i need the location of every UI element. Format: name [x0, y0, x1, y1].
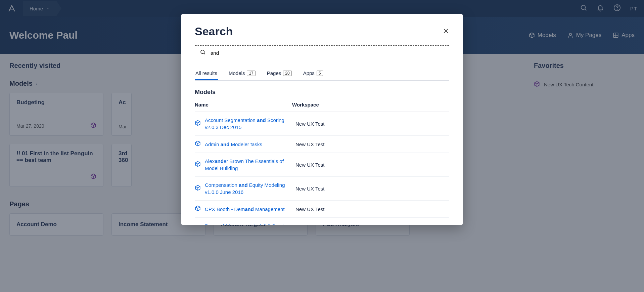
tab-label: Apps [303, 70, 315, 76]
result-workspace: New UX Test [295, 162, 324, 168]
tab-count: 17 [247, 71, 255, 76]
svg-point-10 [201, 50, 204, 54]
tab-apps[interactable]: Apps 5 [303, 67, 324, 80]
result-workspace: New UX Test [295, 121, 324, 127]
result-name[interactable]: Compensation and Equity Modeling v1.0.0 … [205, 181, 291, 196]
cube-icon [195, 120, 201, 127]
modal-title: Search [195, 25, 233, 38]
tab-label: Models [229, 70, 245, 76]
search-tabs: All results Models 17 Pages 20 Apps 5 [195, 67, 449, 81]
search-icon [200, 49, 206, 56]
result-workspace: New UX Test [295, 141, 324, 147]
col-name: Name [195, 102, 292, 108]
result-name[interactable]: CPX Booth - Demand Management [205, 206, 291, 213]
tab-count: 5 [317, 71, 323, 76]
results-section-title: Models [195, 89, 449, 96]
cube-icon [195, 185, 201, 192]
results-header: Name Workspace [195, 102, 449, 112]
results-list: Account Segmentation and Scoring v2.0.3 … [195, 112, 449, 225]
result-row: Compensation and Equity Modeling v1.0.0 … [195, 177, 449, 201]
svg-line-11 [204, 53, 205, 54]
cube-icon [195, 205, 201, 213]
result-row: Alexander Brown The Essentials of Model … [195, 153, 449, 177]
result-row: Demand Management v1.2.0 October 2 [195, 218, 449, 225]
search-input[interactable] [211, 50, 444, 56]
cube-icon [195, 161, 201, 168]
result-name[interactable]: Account Segmentation and Scoring v2.0.3 … [205, 117, 291, 131]
search-field[interactable] [195, 45, 449, 60]
tab-label: All results [195, 70, 217, 76]
search-modal: Search All results Models 17 Pages 20 Ap… [181, 14, 463, 225]
result-name[interactable]: Alexander Brown The Essentials of Model … [205, 158, 291, 172]
tab-all[interactable]: All results [195, 67, 218, 80]
cube-icon [195, 140, 201, 148]
tab-pages[interactable]: Pages 20 [266, 67, 292, 80]
col-workspace: Workspace [292, 102, 449, 108]
modal-header: Search [195, 25, 449, 38]
tab-count: 20 [283, 71, 291, 76]
result-row: CPX Booth - Demand ManagementNew UX Test [195, 201, 449, 218]
close-icon[interactable] [443, 27, 449, 36]
result-name[interactable]: Demand Management v1.2.0 October 2 [205, 222, 291, 225]
result-name[interactable]: Admin and Modeler tasks [205, 141, 291, 148]
tab-label: Pages [267, 70, 281, 76]
result-row: Admin and Modeler tasksNew UX Test [195, 136, 449, 153]
tab-models[interactable]: Models 17 [228, 67, 256, 80]
result-workspace: New UX Test [295, 206, 324, 212]
result-workspace: New UX Test [295, 186, 324, 192]
result-row: Account Segmentation and Scoring v2.0.3 … [195, 112, 449, 136]
